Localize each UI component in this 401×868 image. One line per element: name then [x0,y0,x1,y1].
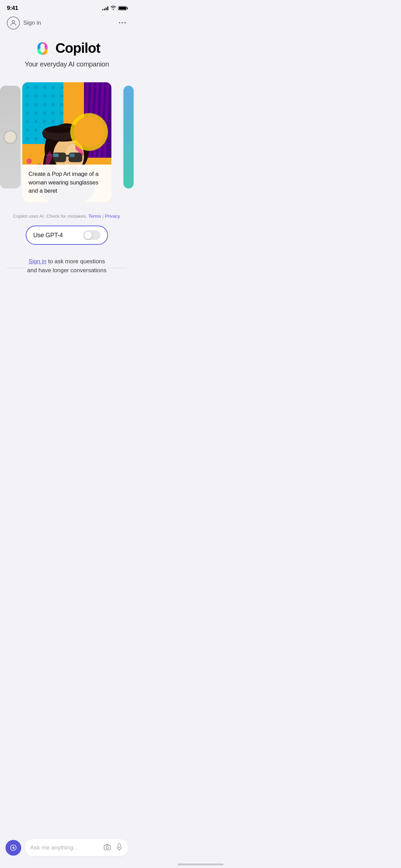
svg-point-9 [34,94,38,98]
svg-point-0 [12,21,14,23]
carousel-item-right[interactable] [123,86,134,189]
signin-promo-link[interactable]: Sign in [28,258,46,265]
svg-point-8 [26,94,29,98]
wifi-icon [110,5,116,11]
svg-point-11 [51,94,55,98]
info-separator: | [102,214,104,219]
gpt-toggle-switch[interactable] [83,230,100,240]
svg-point-26 [51,120,55,123]
carousel-caption-text: Create a Pop Art image of a woman wearin… [28,171,98,194]
svg-rect-62 [66,155,70,157]
svg-point-4 [34,86,38,89]
copilot-logo-icon [34,39,51,57]
signin-line-right [108,268,127,268]
svg-point-29 [34,129,38,132]
svg-point-10 [43,94,46,98]
svg-point-5 [43,86,46,89]
carousel-item-left[interactable] [0,86,21,189]
toggle-knob [84,231,92,239]
signin-line-left [7,268,26,268]
nav-left: Sign in [7,16,41,29]
svg-point-34 [34,137,38,141]
app-subtitle: Your everyday AI companion [25,60,109,68]
nav-signin-label[interactable]: Sign in [23,20,41,26]
svg-rect-59 [53,154,59,157]
carousel-item-center[interactable]: Create a Pop Art image of a woman wearin… [22,82,111,202]
svg-point-23 [26,120,29,123]
nav-bar: Sign in ··· [0,14,134,34]
status-icons [102,5,127,11]
svg-point-20 [43,111,46,115]
signin-promo-text: Sign in to ask more questionsand have lo… [27,258,107,274]
svg-point-19 [34,111,38,115]
gpt-toggle-section: Use GPT-4 [0,224,134,250]
svg-point-15 [43,103,46,106]
svg-point-25 [43,120,46,123]
svg-point-6 [51,86,55,89]
gpt-toggle-label: Use GPT-4 [33,232,63,239]
privacy-link[interactable]: Privacy [105,214,120,219]
svg-point-33 [26,137,29,141]
svg-point-27 [60,120,63,123]
svg-point-18 [26,111,29,115]
image-carousel[interactable]: Create a Pop Art image of a woman wearin… [0,77,134,207]
info-section: Copilot uses AI. Check for mistakes. Ter… [0,207,134,224]
app-title-text: Copilot [56,40,100,56]
more-button[interactable]: ··· [119,19,127,27]
svg-point-16 [51,103,55,106]
svg-point-22 [60,111,63,115]
svg-point-14 [34,103,38,106]
svg-rect-61 [69,154,75,157]
svg-point-17 [60,103,63,106]
carousel-caption-card: Create a Pop Art image of a woman wearin… [22,165,111,202]
svg-point-13 [26,103,29,106]
terms-link[interactable]: Terms [88,214,101,219]
app-title-row: Copilot [34,39,100,57]
gpt-toggle-pill[interactable]: Use GPT-4 [26,226,108,245]
svg-point-7 [60,86,63,89]
battery-icon [118,6,127,10]
info-static-text: Copilot uses AI. Check for mistakes. [13,214,87,219]
status-time: 9:41 [7,5,18,12]
user-avatar[interactable] [7,16,20,29]
svg-point-67 [74,117,105,147]
svg-point-24 [34,120,38,123]
svg-point-3 [26,86,29,89]
svg-point-28 [26,129,29,132]
svg-point-42 [26,158,32,164]
svg-point-57 [45,126,72,133]
signin-promo-section: Sign in to ask more questionsand have lo… [0,250,134,285]
svg-point-21 [51,111,55,115]
signal-icon [102,6,108,10]
app-title-section: Copilot Your everyday AI companion [0,34,134,71]
status-bar: 9:41 [0,0,134,14]
svg-point-12 [60,94,63,98]
